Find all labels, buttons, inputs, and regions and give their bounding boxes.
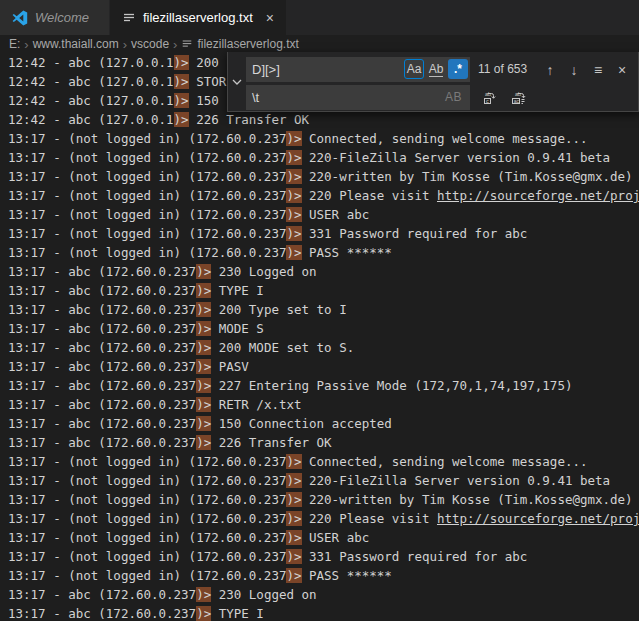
search-match-highlight: )> <box>286 511 301 526</box>
log-line: 13:17 - abc (172.60.0.237)> 230 Logged o… <box>8 585 639 604</box>
vscode-logo-icon <box>12 10 28 26</box>
search-match-highlight: )> <box>286 549 301 564</box>
toggle-replace-button[interactable] <box>228 52 245 111</box>
preserve-case-toggle[interactable]: AB <box>445 85 462 110</box>
search-match-highlight: )> <box>286 492 301 507</box>
log-line: 13:17 - (not logged in) (172.60.0.237)> … <box>8 490 639 509</box>
search-match-highlight: )> <box>286 169 301 184</box>
find-input-value: D][>] <box>252 62 280 77</box>
log-line: 12:42 - abc (127.0.0.1)> 226 Transfer OK <box>8 110 639 129</box>
log-line: 13:17 - (not logged in) (172.60.0.237)> … <box>8 224 639 243</box>
search-match-highlight: )> <box>174 112 189 127</box>
log-line: 13:17 - (not logged in) (172.60.0.237)> … <box>8 148 639 167</box>
log-line: 13:17 - abc (172.60.0.237)> 226 Transfer… <box>8 433 639 452</box>
replace-input-value: \t <box>252 90 259 105</box>
regex-toggle[interactable]: .* <box>448 59 468 79</box>
breadcrumb-item-file[interactable]: filezillaserverlog.txt <box>181 37 298 51</box>
log-line: 13:17 - abc (172.60.0.237)> 227 Entering… <box>8 376 639 395</box>
log-line: 13:17 - (not logged in) (172.60.0.237)> … <box>8 509 639 528</box>
text-file-icon <box>122 11 136 25</box>
search-match-highlight: )> <box>196 283 211 298</box>
search-match-highlight: )> <box>196 378 211 393</box>
search-match-highlight: )> <box>174 93 189 108</box>
search-match-highlight: )> <box>174 55 189 70</box>
match-case-toggle[interactable]: Aa <box>404 59 424 79</box>
tab-welcome-label: Welcome <box>35 10 89 25</box>
log-line: 13:17 - (not logged in) (172.60.0.237)> … <box>8 566 639 585</box>
search-match-highlight: )> <box>196 321 211 336</box>
search-match-highlight: )> <box>196 397 211 412</box>
breadcrumb-separator-icon: › <box>173 37 177 52</box>
log-line: 13:17 - (not logged in) (172.60.0.237)> … <box>8 167 639 186</box>
log-line: 13:17 - abc (172.60.0.237)> 200 MODE set… <box>8 338 639 357</box>
search-match-highlight: )> <box>286 131 301 146</box>
search-match-highlight: )> <box>196 587 211 602</box>
search-match-highlight: )> <box>286 473 301 488</box>
match-count: 11 of 653 <box>478 57 527 82</box>
editor[interactable]: 12:42 - abc (127.0.0.1)> 20012:42 - abc … <box>0 53 639 621</box>
tab-filezillaserverlog[interactable]: filezillaserverlog.txt × <box>110 0 286 35</box>
tab-file-label: filezillaserverlog.txt <box>143 10 253 25</box>
find-in-selection-button[interactable]: ≡ <box>588 57 608 82</box>
breadcrumb-item-drive[interactable]: E: <box>9 37 20 51</box>
breadcrumb-separator-icon: › <box>24 37 28 52</box>
search-match-highlight: )> <box>286 530 301 545</box>
tab-bar: Welcome filezillaserverlog.txt × <box>0 0 639 35</box>
chevron-down-icon <box>231 76 243 88</box>
search-match-highlight: )> <box>286 150 301 165</box>
log-line: 13:17 - abc (172.60.0.237)> RETR /x.txt <box>8 395 639 414</box>
tab-close-icon[interactable]: × <box>266 11 274 25</box>
log-line: 13:17 - (not logged in) (172.60.0.237)> … <box>8 471 639 490</box>
find-widget: D][>] Aa Ab .* 11 of 653 ↑ ↓ ≡ × \t AB c… <box>227 52 639 112</box>
log-line: 13:17 - (not logged in) (172.60.0.237)> … <box>8 129 639 148</box>
log-line: 13:17 - (not logged in) (172.60.0.237)> … <box>8 452 639 471</box>
breadcrumb: E: › www.thaiall.com › vscode › filezill… <box>0 35 639 53</box>
previous-match-button[interactable]: ↑ <box>540 57 560 82</box>
search-match-highlight: )> <box>196 264 211 279</box>
replace-input[interactable]: \t AB <box>246 85 470 110</box>
find-input[interactable]: D][>] Aa Ab .* <box>246 57 470 82</box>
svg-text:ab: ab <box>515 90 521 96</box>
svg-text:ac: ac <box>514 97 520 103</box>
breadcrumb-item-subfolder[interactable]: vscode <box>131 37 169 51</box>
log-line: 13:17 - abc (172.60.0.237)> MODE S <box>8 319 639 338</box>
search-match-highlight: )> <box>196 340 211 355</box>
next-match-button[interactable]: ↓ <box>564 57 584 82</box>
text-file-icon <box>181 38 193 50</box>
tab-welcome[interactable]: Welcome <box>0 0 110 35</box>
log-line: 13:17 - (not logged in) (172.60.0.237)> … <box>8 528 639 547</box>
search-match-highlight: )> <box>286 207 301 222</box>
url-link[interactable]: http://sourceforge.net/proj <box>437 511 639 526</box>
breadcrumb-item-folder[interactable]: www.thaiall.com <box>33 37 119 51</box>
search-match-highlight: )> <box>174 74 189 89</box>
search-match-highlight: )> <box>196 435 211 450</box>
close-find-widget-button[interactable]: × <box>612 57 632 82</box>
search-match-highlight: )> <box>196 359 211 374</box>
log-line: 13:17 - (not logged in) (172.60.0.237)> … <box>8 547 639 566</box>
search-match-highlight: )> <box>196 416 211 431</box>
replace-icon[interactable]: c ab <box>478 85 502 110</box>
svg-text:c: c <box>486 97 489 103</box>
log-line: 13:17 - abc (172.60.0.237)> 150 Connecti… <box>8 414 639 433</box>
log-line: 13:17 - (not logged in) (172.60.0.237)> … <box>8 205 639 224</box>
search-match-highlight: )> <box>286 245 301 260</box>
log-line: 13:17 - (not logged in) (172.60.0.237)> … <box>8 243 639 262</box>
breadcrumb-separator-icon: › <box>123 37 127 52</box>
replace-all-icon[interactable]: ac ab <box>507 85 531 110</box>
search-match-highlight: )> <box>196 606 211 621</box>
log-line: 13:17 - abc (172.60.0.237)> 200 Type set… <box>8 300 639 319</box>
search-match-highlight: )> <box>196 302 211 317</box>
search-match-highlight: )> <box>286 568 301 583</box>
whole-word-toggle[interactable]: Ab <box>426 59 446 79</box>
svg-text:ab: ab <box>485 90 491 96</box>
breadcrumb-file-label: filezillaserverlog.txt <box>197 37 298 51</box>
log-line: 13:17 - abc (172.60.0.237)> TYPE I <box>8 281 639 300</box>
search-match-highlight: )> <box>286 226 301 241</box>
log-line: 13:17 - abc (172.60.0.237)> PASV <box>8 357 639 376</box>
search-match-highlight: )> <box>286 454 301 469</box>
url-link[interactable]: http://sourceforge.net/proj <box>437 188 639 203</box>
search-match-highlight: )> <box>286 188 301 203</box>
log-line: 13:17 - abc (172.60.0.237)> 230 Logged o… <box>8 262 639 281</box>
log-line: 13:17 - (not logged in) (172.60.0.237)> … <box>8 186 639 205</box>
log-line: 13:17 - abc (172.60.0.237)> TYPE I <box>8 604 639 621</box>
